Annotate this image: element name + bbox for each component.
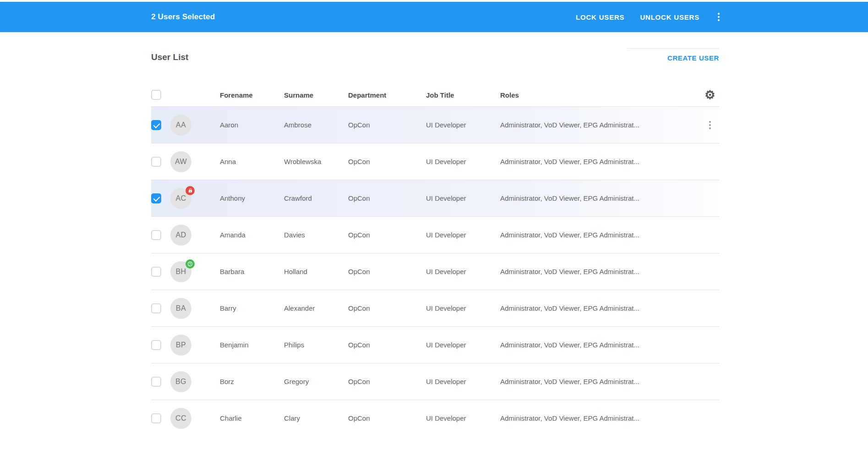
avatar: CC — [170, 408, 191, 429]
cell-surname: Clary — [284, 414, 348, 422]
table-row[interactable]: BG Borz Gregory OpCon UI Developer Admin… — [151, 363, 719, 400]
avatar-initials: AA — [176, 121, 186, 129]
cell-roles: Administrator, VoD Viewer, EPG Administr… — [500, 194, 701, 202]
avatar-cell: BH — [170, 261, 220, 282]
cell-department: OpCon — [348, 341, 426, 349]
avatar-initials: AD — [175, 231, 186, 239]
clock-icon — [187, 261, 193, 267]
cell-roles: Administrator, VoD Viewer, EPG Administr… — [500, 121, 701, 129]
cell-surname: Philips — [284, 341, 348, 349]
cell-surname: Ambrose — [284, 121, 348, 129]
unlock-users-button[interactable]: UNLOCK USERS — [640, 13, 699, 21]
avatar-initials: BA — [176, 304, 186, 313]
avatar: AA — [170, 115, 191, 136]
lock-users-button[interactable]: LOCK USERS — [576, 13, 624, 21]
avatar-initials: BP — [176, 341, 186, 349]
column-header-surname[interactable]: Surname — [284, 91, 348, 99]
row-checkbox[interactable] — [151, 193, 161, 203]
cell-job-title: UI Developer — [426, 194, 500, 202]
cell-job-title: UI Developer — [426, 158, 500, 165]
cell-department: OpCon — [348, 121, 426, 129]
avatar: AW — [170, 151, 191, 172]
table-row[interactable]: CC Charlie Clary OpCon UI Developer Admi… — [151, 400, 719, 436]
gear-icon[interactable]: ⚙ — [704, 89, 715, 101]
status-badge — [186, 186, 195, 195]
table-row[interactable]: BP Benjamin Philips OpCon UI Developer A… — [151, 326, 719, 363]
cell-job-title: UI Developer — [426, 231, 500, 239]
avatar-cell: BA — [170, 298, 220, 319]
column-header-roles[interactable]: Roles — [500, 91, 701, 99]
cell-forename: Barbara — [220, 268, 284, 275]
cell-department: OpCon — [348, 304, 426, 312]
lock-icon — [188, 188, 193, 193]
main-content: User List CREATE USER Forename Surname D… — [0, 32, 868, 436]
cell-forename: Amanda — [220, 231, 284, 239]
cell-forename: Anna — [220, 158, 284, 165]
table-row[interactable]: BA Barry Alexander OpCon UI Developer Ad… — [151, 290, 719, 326]
cell-forename: Borz — [220, 378, 284, 385]
row-checkbox[interactable] — [151, 230, 161, 240]
app-bar-overflow-menu-button[interactable] — [715, 11, 722, 23]
avatar-cell: BP — [170, 335, 220, 356]
user-table-body: AA Aaron Ambrose OpCon UI Developer Admi… — [151, 106, 719, 436]
avatar-cell: BG — [170, 371, 220, 392]
page-header: User List CREATE USER — [151, 32, 719, 83]
cell-surname: Alexander — [284, 304, 348, 312]
cell-roles: Administrator, VoD Viewer, EPG Administr… — [500, 304, 701, 312]
select-all-checkbox[interactable] — [151, 90, 161, 100]
cell-department: OpCon — [348, 414, 426, 422]
table-row[interactable]: AA Aaron Ambrose OpCon UI Developer Admi… — [151, 106, 719, 143]
avatar-cell: CC — [170, 408, 220, 429]
row-checkbox[interactable] — [151, 377, 161, 387]
cell-department: OpCon — [348, 158, 426, 165]
app-bar-actions: LOCK USERS UNLOCK USERS — [576, 11, 722, 23]
avatar: AD — [170, 225, 191, 246]
cell-surname: Gregory — [284, 378, 348, 385]
column-header-department[interactable]: Department — [348, 91, 426, 99]
table-header-row: Forename Surname Department Job Title Ro… — [151, 83, 719, 106]
cell-job-title: UI Developer — [426, 414, 500, 422]
cell-roles: Administrator, VoD Viewer, EPG Administr… — [500, 341, 701, 349]
avatar: BH — [170, 261, 191, 282]
avatar: AC — [170, 188, 191, 209]
cell-job-title: UI Developer — [426, 341, 500, 349]
cell-job-title: UI Developer — [426, 378, 500, 385]
column-header-forename[interactable]: Forename — [220, 91, 284, 99]
avatar-cell: AA — [170, 115, 220, 136]
avatar-initials: BH — [175, 268, 186, 276]
cell-roles: Administrator, VoD Viewer, EPG Administr… — [500, 414, 701, 422]
cell-department: OpCon — [348, 194, 426, 202]
row-checkbox[interactable] — [151, 157, 161, 167]
row-checkbox[interactable] — [151, 413, 161, 423]
cell-surname: Holland — [284, 268, 348, 275]
cell-forename: Charlie — [220, 414, 284, 422]
row-checkbox[interactable] — [151, 340, 161, 350]
cell-surname: Davies — [284, 231, 348, 239]
cell-forename: Benjamin — [220, 341, 284, 349]
avatar: BA — [170, 298, 191, 319]
table-row[interactable]: AW Anna Wroblewska OpCon UI Developer Ad… — [151, 143, 719, 180]
avatar-cell: AW — [170, 151, 220, 172]
search-input[interactable] — [628, 37, 719, 49]
row-checkbox[interactable] — [151, 267, 161, 277]
cell-job-title: UI Developer — [426, 304, 500, 312]
table-row[interactable]: AD Amanda Davies OpCon UI Developer Admi… — [151, 216, 719, 253]
cell-forename: Barry — [220, 304, 284, 312]
row-checkbox[interactable] — [151, 303, 161, 313]
column-header-job-title[interactable]: Job Title — [426, 91, 500, 99]
cell-roles: Administrator, VoD Viewer, EPG Administr… — [500, 378, 701, 385]
cell-surname: Crawford — [284, 194, 348, 202]
row-checkbox[interactable] — [151, 120, 161, 130]
cell-roles: Administrator, VoD Viewer, EPG Administr… — [500, 158, 701, 165]
avatar-initials: AC — [175, 194, 186, 203]
selection-app-bar: 2 Users Selected LOCK USERS UNLOCK USERS — [0, 2, 868, 32]
avatar-initials: CC — [175, 414, 186, 423]
create-user-button[interactable]: CREATE USER — [667, 54, 719, 62]
selection-count-text: 2 Users Selected — [151, 12, 215, 22]
table-row[interactable]: AC Anthony Crawford OpCon UI Developer A… — [151, 180, 719, 216]
cell-job-title: UI Developer — [426, 121, 500, 129]
row-menu-button[interactable] — [706, 119, 714, 131]
table-row[interactable]: BH Barbara Holland OpCon UI Developer Ad… — [151, 253, 719, 290]
avatar: BG — [170, 371, 191, 392]
cell-job-title: UI Developer — [426, 268, 500, 275]
